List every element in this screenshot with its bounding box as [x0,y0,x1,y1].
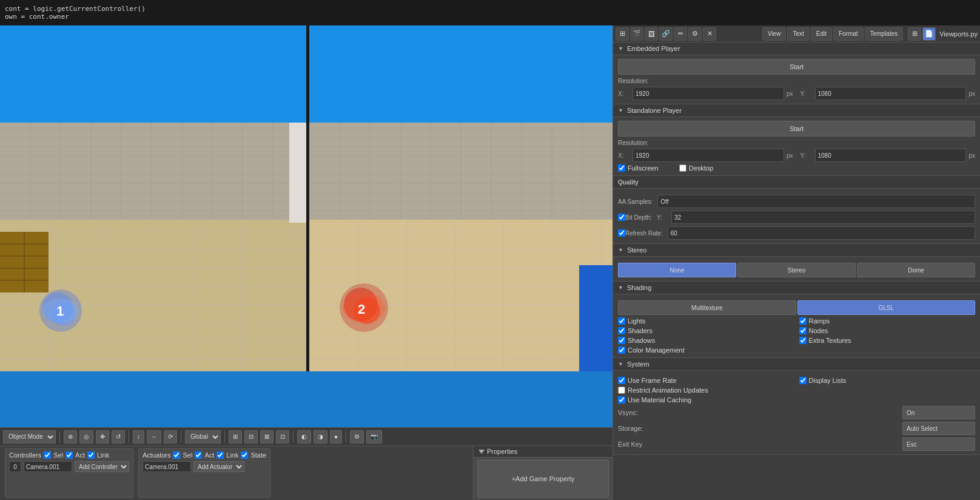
lights-item: Lights [618,317,794,325]
exit-key-value[interactable]: Esc [902,437,975,451]
panel-icon-file[interactable]: 📄 [922,27,936,41]
vsync-value[interactable]: On [902,406,975,419]
viewport-area: 1 [0,25,612,500]
shading-buttons-row: Multitexture GLSL [618,300,975,315]
bit-value[interactable]: 32 [671,211,975,224]
embedded-y-input[interactable] [815,87,967,100]
panel-tab-edit[interactable]: Edit [811,27,832,41]
standalone-resolution-row: X: px Y: px [618,149,975,162]
panel-tab-format[interactable]: Format [833,27,864,41]
color-management-item: Color Management [618,346,794,354]
lights-checkbox[interactable] [618,317,625,325]
standalone-y-label: Y: [800,152,813,159]
use-material-checkbox[interactable] [618,396,625,404]
standalone-x-input[interactable] [633,149,784,162]
toolbar-icon-2[interactable]: ◎ [79,430,93,444]
toolbar-misc-1[interactable]: ⚙ [350,430,364,444]
link2-checkbox[interactable] [216,451,224,459]
right-panel: ⊞ 🎬 🖼 🔗 ✏ ⚙ ✕ View Text Edit Format Temp… [612,25,980,500]
shaders-checkbox[interactable] [618,327,625,334]
fullscreen-checkbox[interactable] [618,164,625,172]
standalone-player-title: Standalone Player [627,107,682,114]
shading-header[interactable]: ▼ Shading [613,282,980,294]
panel-icon-cross[interactable]: ✕ [703,27,716,41]
panel-icon-screen[interactable]: ⊞ [908,27,921,41]
panel-icon-pencil[interactable]: ✏ [674,27,687,41]
toolbar-misc-2[interactable]: 📷 [366,430,382,444]
toolbar-render-2[interactable]: ◑ [314,430,327,444]
panel-icon-link[interactable]: 🔗 [659,27,673,41]
storage-value[interactable]: Auto Select [902,422,975,435]
shadows-checkbox[interactable] [618,337,625,344]
add-game-property-button[interactable]: + Add Game Property [477,460,609,498]
mode-select[interactable]: Object Mode [3,430,56,444]
add-controller-select[interactable]: Add Controller [75,461,129,472]
standalone-y-input[interactable] [815,149,967,162]
act2-checkbox[interactable] [195,451,202,459]
refresh-value[interactable]: 60 [668,226,975,240]
display-lists-checkbox[interactable] [799,377,807,384]
panel-tab-view[interactable]: View [762,27,787,41]
ramps-checkbox[interactable] [799,317,807,325]
panel-toolbar: ⊞ 🎬 🖼 🔗 ✏ ⚙ ✕ View Text Edit Format Temp… [613,25,980,42]
toolbar-icon-5[interactable]: ↕ [133,430,144,444]
embedded-x-input[interactable] [633,87,784,100]
stereo-dome-button[interactable]: Dome [857,263,975,277]
panel-tab-text[interactable]: Text [787,27,809,41]
actuator-object[interactable] [143,461,191,472]
toolbar-icon-3[interactable]: ✥ [96,430,109,444]
panel-icon-img[interactable]: 🖼 [645,27,658,41]
color-management-checkbox[interactable] [618,346,625,354]
nodes-checkbox[interactable] [799,327,807,334]
link-checkbox[interactable] [87,451,95,459]
stereo-buttons-row: None Stereo Dome [618,263,975,277]
controllers-section: Controllers Sel Act Link 0 Add Controlle… [5,448,133,498]
sel-checkbox[interactable] [44,451,51,459]
panel-tab-templates[interactable]: Templates [865,27,904,41]
stereo-header[interactable]: ▼ Stereo [613,244,980,257]
extra-textures-checkbox[interactable] [799,337,807,344]
toolbar-render-3[interactable]: ● [330,430,342,444]
properties-panel: Properties + Add Game Property [473,445,612,500]
toolbar-icon-1[interactable]: ⊕ [64,430,77,444]
toolbar-icon-4[interactable]: ↺ [112,430,125,444]
standalone-player-header[interactable]: ▼ Standalone Player [613,104,980,117]
separator6 [346,431,346,443]
stereo-stereo-button[interactable]: Stereo [737,263,856,277]
state-checkbox[interactable] [241,451,248,459]
global-select[interactable]: Global [185,430,221,444]
toolbar-grid-3[interactable]: ⊠ [260,430,274,444]
ramps-label: Ramps [809,317,830,325]
standalone-player-content: Start Resolution: X: px Y: px Fullscreen… [613,117,980,176]
shaders-label: Shaders [628,327,653,334]
bit-depth-checkbox[interactable] [618,214,625,221]
controller-object[interactable] [24,461,72,472]
toolbar-grid-1[interactable]: ⊞ [229,430,242,444]
glsl-button[interactable]: GLSL [797,300,976,315]
restrict-anim-checkbox[interactable] [618,387,625,394]
panel-icon-settings[interactable]: ⚙ [688,27,702,41]
panel-icon-grid[interactable]: ⊞ [616,27,629,41]
stereo-none-button[interactable]: None [618,263,736,277]
add-actuator-select[interactable]: Add Actuator [193,461,244,472]
embedded-start-button[interactable]: Start [618,59,975,75]
multitexture-button[interactable]: Multitexture [618,300,796,315]
refresh-checkbox[interactable] [618,229,625,237]
toolbar-icon-7[interactable]: ⟳ [164,430,177,444]
use-frame-rate-checkbox[interactable] [618,377,625,384]
aa-value[interactable]: Off [657,195,975,208]
desktop-checkbox[interactable] [679,164,686,172]
embedded-y-label: Y: [800,90,813,97]
standalone-start-button[interactable]: Start [618,121,975,137]
toolbar-icon-6[interactable]: ↔ [147,430,161,444]
toolbar-grid-2[interactable]: ⊟ [244,430,258,444]
toolbar-grid-4[interactable]: ⊡ [276,430,289,444]
system-header[interactable]: ▼ System [613,358,980,371]
act-checkbox[interactable] [65,451,73,459]
embedded-player-header[interactable]: ▼ Embedded Player [613,42,980,55]
sel2-checkbox[interactable] [173,451,180,459]
panel-icon-view[interactable]: 🎬 [630,27,643,41]
viewport-canvas[interactable]: 1 [0,25,612,427]
toolbar-render-1[interactable]: ◐ [297,430,311,444]
storage-label: Storage: [618,425,666,432]
